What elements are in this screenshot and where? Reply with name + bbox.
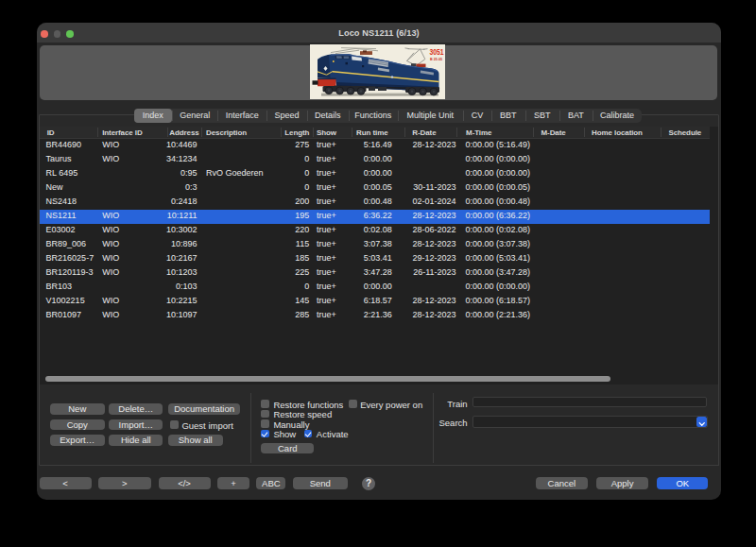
svg-text:B 25.05: B 25.05 bbox=[430, 57, 443, 61]
svg-text:3051: 3051 bbox=[429, 47, 443, 57]
